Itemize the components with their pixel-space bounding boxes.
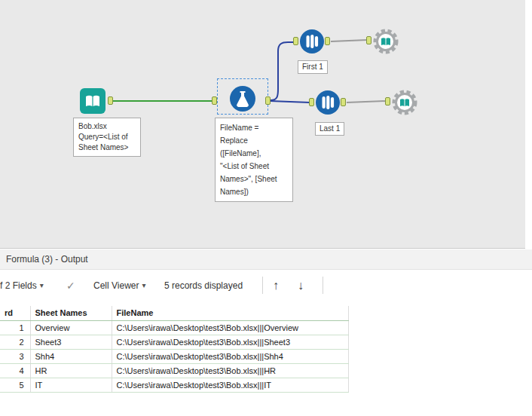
browse-top-input-anchor[interactable] [366,36,371,44]
connection-last-to-browse [347,101,386,102]
sample-last-label[interactable]: Last 1 [315,122,344,136]
sample-last-output-anchor[interactable] [341,98,346,106]
down-arrow-icon: ↓ [298,279,304,292]
cell-filename[interactable]: C:\Users\irawa\Desktop\test3\Bob.xlsx|||… [112,378,348,392]
down-arrow-button[interactable]: ↓ [298,270,304,301]
records-count: 5 records displayed [164,270,243,301]
record-number[interactable]: 1 [0,320,30,335]
cell-sheet-name[interactable]: Overview [30,320,112,335]
formula-output-anchor[interactable] [265,96,271,105]
input-annotation[interactable]: Bob.xlsx Query=<List of Sheet Names> [73,118,141,157]
sample-last-input-anchor[interactable] [309,98,314,106]
column-header-record[interactable]: rd [0,306,30,320]
record-number[interactable]: 5 [0,378,30,392]
table-row[interactable]: 1 Overview C:\Users\irawa\Desktop\test3\… [0,320,348,335]
cell-filename[interactable]: C:\Users\irawa\Desktop\test3\Bob.xlsx|||… [112,320,348,335]
gear-book-icon [391,106,418,118]
formula-annotation[interactable]: FileName = Replace ([FileName], "<List o… [215,118,293,202]
alteryx-window: Bob.xlsx Query=<List of Sheet Names> Fil… [0,0,532,416]
record-number[interactable]: 4 [0,363,30,378]
up-arrow-icon: ↑ [273,279,279,292]
test-tubes-icon [300,43,324,56]
input-output-anchor[interactable] [108,96,113,105]
book-icon [80,103,105,116]
table-row[interactable]: 3 Shh4 C:\Users\irawa\Desktop\test3\Bob.… [0,349,348,363]
workflow-canvas[interactable]: Bob.xlsx Query=<List of Sheet Names> Fil… [0,0,525,249]
record-number[interactable]: 2 [0,335,30,349]
table-header-row: rd Sheet Names FileName [0,306,348,320]
column-header-filename[interactable]: FileName [112,306,348,320]
cell-sheet-name[interactable]: Sheet3 [30,335,112,349]
chevron-down-icon: ▾ [142,281,145,289]
record-number[interactable]: 3 [0,349,30,363]
toolbar-separator [323,277,323,294]
browse-top-tool[interactable] [372,28,399,58]
cell-sheet-name[interactable]: Shh4 [30,349,112,363]
sample-first-label[interactable]: First 1 [298,60,328,74]
sample-first-tool[interactable] [300,29,324,57]
sample-first-input-anchor[interactable] [293,37,298,45]
table-row[interactable]: 2 Sheet3 C:\Users\irawa\Desktop\test3\Bo… [0,335,348,349]
column-header-sheet-names[interactable]: Sheet Names [30,306,112,320]
cell-filename[interactable]: C:\Users\irawa\Desktop\test3\Bob.xlsx|||… [112,349,348,363]
browse-bottom-tool[interactable] [391,89,418,119]
results-title: Formula (3) - Output [0,254,88,265]
input-data-tool[interactable] [80,88,105,117]
connection-formula-to-last [271,101,310,102]
browse-bottom-input-anchor[interactable] [385,97,390,106]
cell-sheet-name[interactable]: IT [30,378,112,392]
results-toolbar: f 2 Fields ▾ ✓ Cell Viewer ▾ 5 records d… [0,270,532,301]
fields-dropdown[interactable]: f 2 Fields ▾ [0,270,44,301]
formula-tool[interactable] [229,85,256,115]
results-table: rd Sheet Names FileName 1 Overview C:\Us… [0,306,348,393]
cell-sheet-name[interactable]: HR [30,363,112,378]
formula-input-anchor[interactable] [212,96,217,105]
up-arrow-button[interactable]: ↑ [273,270,279,301]
cell-filename[interactable]: C:\Users\irawa\Desktop\test3\Bob.xlsx|||… [112,363,348,378]
sample-first-output-anchor[interactable] [325,37,330,45]
test-tubes-icon [316,104,340,117]
sample-last-tool[interactable] [316,90,340,118]
chevron-down-icon: ▾ [40,281,44,289]
toolbar-separator [262,277,263,294]
connection-formula-to-first [271,42,295,100]
table-row[interactable]: 4 HR C:\Users\irawa\Desktop\test3\Bob.xl… [0,363,348,378]
connection-first-to-browse [331,40,367,41]
apply-check-icon[interactable]: ✓ [66,270,75,301]
flask-icon [229,102,256,115]
results-title-bar: Formula (3) - Output [0,249,532,270]
cell-filename[interactable]: C:\Users\irawa\Desktop\test3\Bob.xlsx|||… [112,335,348,349]
gear-book-icon [372,44,399,57]
table-row[interactable]: 5 IT C:\Users\irawa\Desktop\test3\Bob.xl… [0,378,348,392]
cell-viewer-dropdown[interactable]: Cell Viewer ▾ [93,270,146,301]
